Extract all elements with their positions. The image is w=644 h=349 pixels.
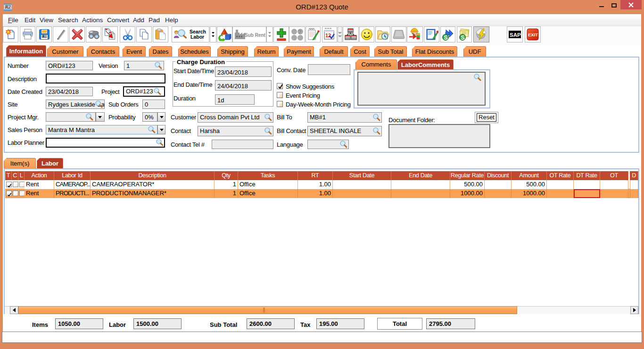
svg-text:S: S <box>461 34 465 41</box>
svg-text:SAP: SAP <box>510 32 521 38</box>
svg-text:Labor: Labor <box>190 34 204 40</box>
svg-text:Sub Rent: Sub Rent <box>245 33 266 38</box>
svg-text:S: S <box>444 34 448 41</box>
svg-text:Search: Search <box>190 29 206 34</box>
svg-text:EXIT: EXIT <box>528 32 538 37</box>
svg-text:?: ? <box>298 29 301 35</box>
